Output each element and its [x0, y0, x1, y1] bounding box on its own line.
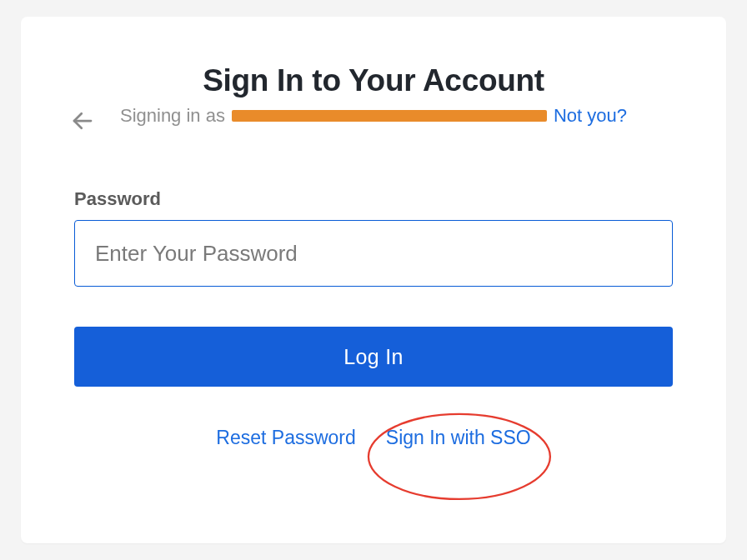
- signin-card: Sign In to Your Account Signing in as No…: [21, 17, 726, 543]
- reset-password-link[interactable]: Reset Password: [216, 427, 355, 449]
- signing-as-label: Signing in as: [120, 105, 225, 127]
- page-title: Sign In to Your Account: [203, 63, 544, 98]
- annotation-circle-icon: [363, 408, 556, 505]
- sso-link-wrapper: Sign In with SSO: [386, 427, 531, 449]
- redacted-email: [232, 110, 547, 122]
- signin-sso-link[interactable]: Sign In with SSO: [386, 427, 531, 448]
- password-label: Password: [74, 188, 673, 210]
- password-field-group: Password: [74, 188, 673, 287]
- not-you-link[interactable]: Not you?: [554, 105, 627, 127]
- secondary-links: Reset Password Sign In with SSO: [74, 427, 673, 449]
- header: Sign In to Your Account Signing in as No…: [74, 63, 673, 127]
- subtitle-row: Signing in as Not you?: [120, 105, 627, 127]
- back-arrow-icon[interactable]: [69, 108, 96, 134]
- password-input[interactable]: [74, 220, 673, 287]
- login-button[interactable]: Log In: [74, 327, 673, 387]
